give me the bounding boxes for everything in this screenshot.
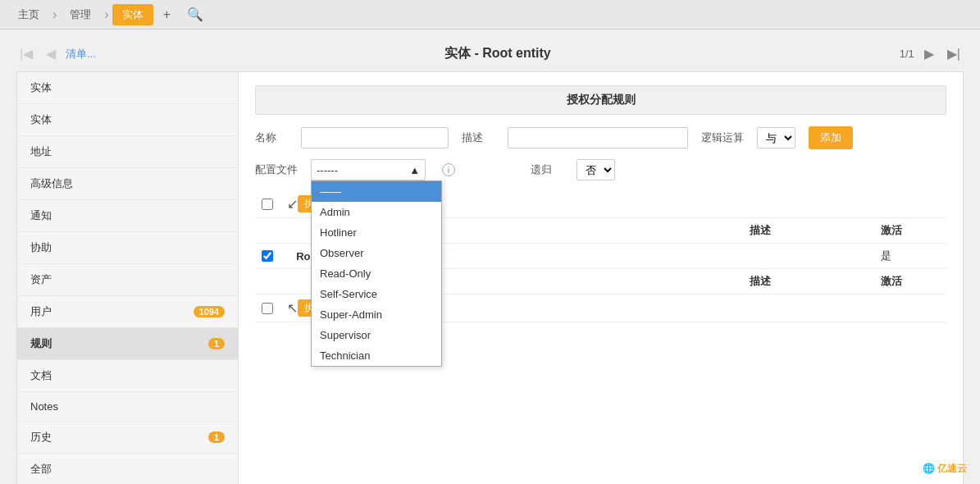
nav-prev[interactable]: ◀: [43, 44, 59, 63]
sidebar-item-advanced[interactable]: 高级信息: [17, 168, 238, 200]
body-layout: 实体 实体 地址 高级信息 通知 协助 资产 用户 1094: [16, 71, 964, 484]
topbar-home[interactable]: 主页: [8, 4, 49, 25]
form-row-1: 名称 描述 逻辑运算 与 或 添加: [255, 126, 946, 149]
nav-last[interactable]: ▶|: [944, 44, 964, 63]
sidebar-item-entity1[interactable]: 实体: [17, 72, 238, 104]
header2-active-col: 激活: [881, 274, 946, 289]
sidebar-label: 历史: [30, 430, 52, 445]
down-arrow-icon: ↙: [287, 196, 298, 212]
history-badge: 1: [208, 431, 225, 443]
sidebar-label: 通知: [30, 208, 52, 223]
sidebar-item-docs[interactable]: 文档: [17, 360, 238, 392]
inherit-select[interactable]: 否 是: [577, 160, 614, 180]
config-label: 配置文件: [255, 162, 298, 177]
topbar-admin[interactable]: 管理: [60, 4, 101, 25]
page-count: 1/1: [900, 48, 914, 60]
back-link[interactable]: 清单...: [66, 47, 96, 62]
nav-first[interactable]: |◀: [16, 44, 36, 63]
users-badge: 1094: [194, 306, 225, 317]
header2-desc-col: 描述: [750, 274, 881, 289]
sidebar-label: 规则: [30, 336, 52, 351]
config-select-display[interactable]: ------ ▲: [311, 159, 426, 180]
row2-checkbox[interactable]: [262, 303, 273, 314]
config-option-hotliner[interactable]: Hotliner: [312, 222, 441, 243]
sidebar-label: 实体: [30, 112, 52, 127]
watermark-text: 亿速云: [937, 463, 967, 474]
sidebar-item-rules[interactable]: 规则 1: [17, 328, 238, 360]
page-header-left: |◀ ◀ 清单...: [16, 44, 96, 63]
sidebar: 实体 实体 地址 高级信息 通知 协助 资产 用户 1094: [17, 72, 239, 484]
sidebar-label: 高级信息: [30, 176, 73, 191]
logic-select-wrapper: 与 或: [757, 127, 795, 148]
logic-label: 逻辑运算: [701, 130, 744, 145]
desc-label: 描述: [462, 130, 495, 145]
config-option-observer[interactable]: Observer: [312, 243, 441, 263]
sidebar-label: 协助: [30, 240, 52, 255]
sidebar-item-assets[interactable]: 资产: [17, 264, 238, 296]
header1-active-col: 激活: [881, 223, 946, 238]
form-row-2: 配置文件 ------ ▲ —— Admin Hotliner Observer…: [255, 159, 946, 180]
config-option-admin[interactable]: Admin: [312, 202, 441, 222]
root-check-col: [255, 250, 280, 262]
main-panel: 授权分配规则 名称 描述 逻辑运算 与 或 添加 配置文件: [239, 72, 963, 484]
sidebar-label: 实体: [30, 80, 52, 95]
rules-badge: 1: [208, 338, 225, 349]
name-label: 名称: [255, 130, 288, 145]
active-header2: 激活: [881, 275, 902, 287]
sidebar-item-notification[interactable]: 通知: [17, 200, 238, 232]
inherit-select-wrapper: 否 是: [577, 159, 615, 180]
config-option-superadmin[interactable]: Super-Admin: [312, 304, 441, 325]
page-header: |◀ ◀ 清单... 实体 - Root entity 1/1 ▶ ▶|: [16, 38, 964, 71]
desc-header2: 描述: [750, 275, 771, 287]
active-header: 激活: [881, 224, 902, 236]
sidebar-label: Notes: [30, 400, 58, 413]
root-active-value: 是: [881, 249, 891, 262]
watermark: 🌐 亿速云: [923, 462, 967, 476]
inherit-label: 遗归: [531, 162, 563, 177]
sidebar-item-entity2[interactable]: 实体: [17, 104, 238, 136]
sidebar-item-assist[interactable]: 协助: [17, 232, 238, 264]
config-option-supervisor[interactable]: Supervisor: [312, 325, 441, 345]
root-active-col: 是: [881, 249, 946, 263]
sidebar-label: 用户: [30, 304, 52, 319]
sidebar-label: 文档: [30, 368, 52, 383]
topbar-sep-2: ›: [104, 7, 108, 22]
config-option-selfservice[interactable]: Self-Service: [312, 284, 441, 304]
sidebar-item-users[interactable]: 用户 1094: [17, 296, 238, 328]
sidebar-item-all[interactable]: 全部: [17, 454, 238, 484]
name-input[interactable]: [301, 127, 449, 148]
sidebar-item-address[interactable]: 地址: [17, 136, 238, 168]
topbar: 主页 › 管理 › 实体 + 🔍: [0, 0, 980, 30]
sidebar-item-history[interactable]: 历史 1: [17, 422, 238, 454]
config-dropdown-arrow: ▲: [409, 164, 420, 176]
config-dropdown: ------ ▲ —— Admin Hotliner Observer Read…: [311, 159, 426, 180]
up-arrow-icon: ↖: [287, 300, 298, 316]
root-checkbox[interactable]: [262, 250, 273, 262]
config-selected-value: ------: [317, 164, 338, 176]
config-option-blank[interactable]: ——: [312, 181, 441, 202]
add-button[interactable]: 添加: [809, 126, 853, 149]
header1-desc-col: 描述: [750, 223, 881, 238]
topbar-entity[interactable]: 实体: [112, 4, 153, 25]
row1-checkbox[interactable]: [262, 199, 273, 210]
logic-select[interactable]: 与 或: [758, 128, 795, 148]
main-content: |◀ ◀ 清单... 实体 - Root entity 1/1 ▶ ▶| 实体 …: [0, 30, 980, 484]
sidebar-label: 地址: [30, 144, 52, 159]
row2-check-col: [255, 303, 280, 314]
topbar-plus-icon[interactable]: +: [157, 4, 177, 25]
topbar-search-icon[interactable]: 🔍: [180, 3, 210, 25]
sidebar-label: 全部: [30, 462, 52, 477]
config-dropdown-menu: —— Admin Hotliner Observer Read-Only Sel…: [311, 180, 442, 367]
sidebar-item-notes[interactable]: Notes: [17, 392, 238, 422]
sidebar-label: 资产: [30, 272, 52, 287]
page-title: 实体 - Root entity: [96, 45, 900, 62]
config-option-readonly[interactable]: Read-Only: [312, 263, 441, 284]
nav-next[interactable]: ▶: [921, 44, 937, 63]
section-title: 授权分配规则: [255, 85, 946, 115]
desc-header: 描述: [750, 224, 771, 236]
topbar-sep-1: ›: [52, 7, 57, 22]
config-option-technician[interactable]: Technician: [312, 345, 441, 366]
info-icon[interactable]: i: [442, 163, 455, 176]
row1-check-col: [255, 199, 280, 210]
desc-input[interactable]: [508, 127, 688, 148]
